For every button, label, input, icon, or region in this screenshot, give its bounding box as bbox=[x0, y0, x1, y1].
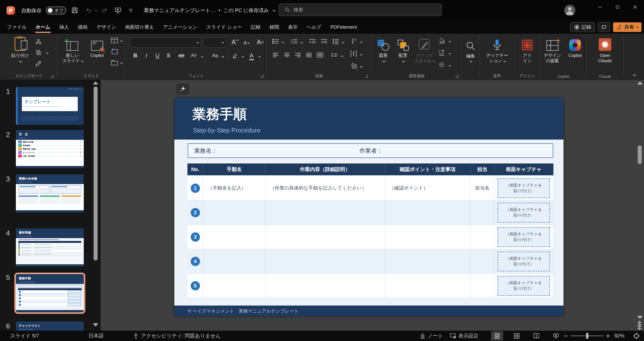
normal-view-button[interactable] bbox=[491, 331, 503, 340]
procedure-table[interactable]: No. 手順名 作業内容（詳細説明） 確認ポイント・注意事項 担当 画面キャプチ… bbox=[187, 163, 553, 298]
tab-home[interactable]: ホーム bbox=[31, 21, 55, 34]
save-button[interactable] bbox=[70, 6, 79, 15]
line-spacing-button[interactable] bbox=[331, 37, 340, 46]
slide-subtitle[interactable]: Step-by-Step Procedure bbox=[193, 127, 260, 134]
copilot-slides-button[interactable]: Copilot bbox=[86, 37, 109, 58]
font-size-combo[interactable] bbox=[203, 38, 226, 47]
align-left-button[interactable] bbox=[271, 51, 280, 59]
language-indicator[interactable]: 日本語 bbox=[89, 331, 104, 341]
highlight-dropdown[interactable] bbox=[240, 52, 245, 61]
align-center-button[interactable] bbox=[283, 51, 291, 59]
step-name-cell[interactable] bbox=[203, 225, 265, 249]
screen-capture-placeholder[interactable]: （画面キャプチャを貼り付け） bbox=[498, 178, 550, 198]
addins-button[interactable]: アド イン bbox=[517, 37, 538, 64]
designer-sparkle-button[interactable] bbox=[176, 82, 190, 95]
text-direction-button[interactable]: A bbox=[349, 37, 358, 45]
slideshow-view-button[interactable] bbox=[550, 331, 562, 340]
slide-thumbnail-1[interactable]: Bayes Management テンプレート bbox=[16, 87, 84, 125]
shape-effects-button[interactable] bbox=[437, 60, 446, 69]
numbering-button[interactable] bbox=[290, 37, 299, 46]
font-name-combo[interactable] bbox=[130, 38, 201, 47]
tab-insert[interactable]: 挿入 bbox=[55, 21, 73, 34]
quick-access-toolbar-menu[interactable] bbox=[127, 6, 134, 15]
worker-name-field[interactable]: 作業者： bbox=[359, 147, 383, 155]
screen-capture-placeholder[interactable]: （画面キャプチャを貼り付け） bbox=[498, 227, 550, 247]
tab-pdfelement[interactable]: PDFelement bbox=[326, 21, 361, 34]
owner-cell[interactable] bbox=[470, 274, 494, 298]
format-painter-button[interactable] bbox=[34, 59, 43, 68]
columns-dropdown[interactable] bbox=[339, 52, 344, 60]
cut-button[interactable] bbox=[34, 37, 43, 46]
italic-button[interactable]: I bbox=[142, 51, 151, 60]
design-ideas-button[interactable]: デザイン の提案 bbox=[541, 37, 564, 64]
slide-sorter-view-button[interactable] bbox=[511, 331, 523, 340]
tab-transitions[interactable]: 画面切り替え bbox=[120, 21, 158, 34]
case-dropdown[interactable] bbox=[220, 52, 225, 61]
shape-fill-button[interactable] bbox=[437, 36, 446, 45]
tab-design[interactable]: デザイン bbox=[92, 21, 121, 34]
align-text-button[interactable] bbox=[349, 49, 358, 58]
character-spacing-button[interactable]: AV bbox=[188, 51, 199, 60]
redo-button[interactable] bbox=[100, 6, 109, 15]
drawing-dialog-launcher-icon[interactable] bbox=[456, 75, 458, 77]
business-name-field[interactable]: 業務名： bbox=[194, 147, 217, 155]
zoom-out-button[interactable] bbox=[564, 331, 568, 341]
slide-thumbnail-5-selected[interactable]: 業務手順 Step-by-Step Procedure bbox=[16, 274, 84, 312]
clear-formatting-button[interactable]: A bbox=[255, 38, 265, 46]
tab-slideshow[interactable]: スライド ショー bbox=[202, 21, 246, 34]
slide-thumbnail-3[interactable]: 業務の全体像 Business Overview bbox=[16, 174, 84, 212]
check-point-cell[interactable] bbox=[385, 225, 470, 249]
tab-help[interactable]: ヘルプ bbox=[302, 21, 326, 34]
step-detail-cell[interactable] bbox=[265, 225, 385, 249]
text-direction-dropdown[interactable] bbox=[358, 38, 363, 46]
shape-effects-dropdown[interactable] bbox=[447, 61, 452, 70]
minimize-button[interactable] bbox=[591, 0, 609, 14]
change-case-button[interactable]: Aa bbox=[210, 51, 221, 60]
copy-dropdown[interactable] bbox=[44, 49, 49, 57]
zoom-slider-handle[interactable] bbox=[586, 333, 588, 339]
tab-draw[interactable]: 描画 bbox=[73, 21, 92, 34]
justify-button[interactable] bbox=[305, 51, 313, 59]
display-settings-button[interactable]: 表示設定 bbox=[450, 331, 478, 341]
increase-indent-button[interactable] bbox=[320, 37, 328, 46]
undo-button[interactable] bbox=[84, 6, 94, 15]
step-name-cell[interactable]: （手順名を記入） bbox=[203, 176, 265, 200]
undo-dropdown[interactable] bbox=[93, 6, 98, 15]
collapse-ribbon-button[interactable] bbox=[633, 73, 635, 77]
thumbnail-scrollbar-thumb[interactable] bbox=[94, 87, 98, 261]
share-button[interactable]: 共有 bbox=[613, 22, 641, 32]
step-detail-cell[interactable] bbox=[265, 274, 385, 298]
font-color-dropdown[interactable] bbox=[257, 52, 261, 61]
owner-cell[interactable] bbox=[470, 225, 494, 249]
strikethrough-button[interactable]: ab bbox=[176, 51, 187, 60]
scroll-down-icon[interactable] bbox=[93, 323, 98, 326]
copy-button[interactable] bbox=[34, 48, 43, 57]
slide-indicator[interactable]: スライド 5/7 bbox=[10, 331, 39, 341]
scroll-up-icon[interactable] bbox=[637, 81, 643, 84]
screen-capture-placeholder[interactable]: （画面キャプチャを貼り付け） bbox=[498, 203, 550, 223]
convert-smartart-button[interactable] bbox=[349, 61, 358, 70]
document-title-area[interactable]: 業務マニュアルテンプレート… • この PC に保存済み bbox=[144, 7, 275, 14]
step-detail-cell[interactable] bbox=[265, 249, 385, 274]
open-claude-button[interactable]: Open Claude bbox=[591, 37, 619, 64]
fit-slide-to-window-button[interactable] bbox=[630, 331, 642, 340]
owner-cell[interactable]: 担当名 bbox=[470, 176, 494, 200]
reading-view-button[interactable] bbox=[530, 331, 542, 340]
bullets-button[interactable] bbox=[271, 37, 280, 46]
grow-font-button[interactable]: A bbox=[229, 38, 240, 46]
slide-title[interactable]: 業務手順 bbox=[192, 105, 247, 123]
editing-button[interactable]: 編集 bbox=[463, 37, 478, 62]
scroll-up-icon[interactable] bbox=[93, 81, 98, 84]
zoom-level[interactable]: 92% bbox=[614, 331, 624, 341]
layout-dropdown[interactable] bbox=[119, 37, 123, 45]
align-text-dropdown[interactable] bbox=[358, 50, 363, 59]
dictate-button[interactable]: ディクテー ション bbox=[483, 37, 511, 64]
search-input[interactable] bbox=[294, 7, 424, 13]
comments-button[interactable] bbox=[598, 22, 610, 32]
main-scrollbar-thumb[interactable] bbox=[638, 145, 642, 164]
highlight-color-button[interactable] bbox=[231, 51, 239, 60]
zoom-in-button[interactable] bbox=[606, 331, 610, 341]
tab-animations[interactable]: アニメーション bbox=[158, 21, 202, 34]
shapes-button[interactable]: 図形 bbox=[374, 37, 393, 62]
smartart-dropdown[interactable] bbox=[358, 62, 363, 71]
